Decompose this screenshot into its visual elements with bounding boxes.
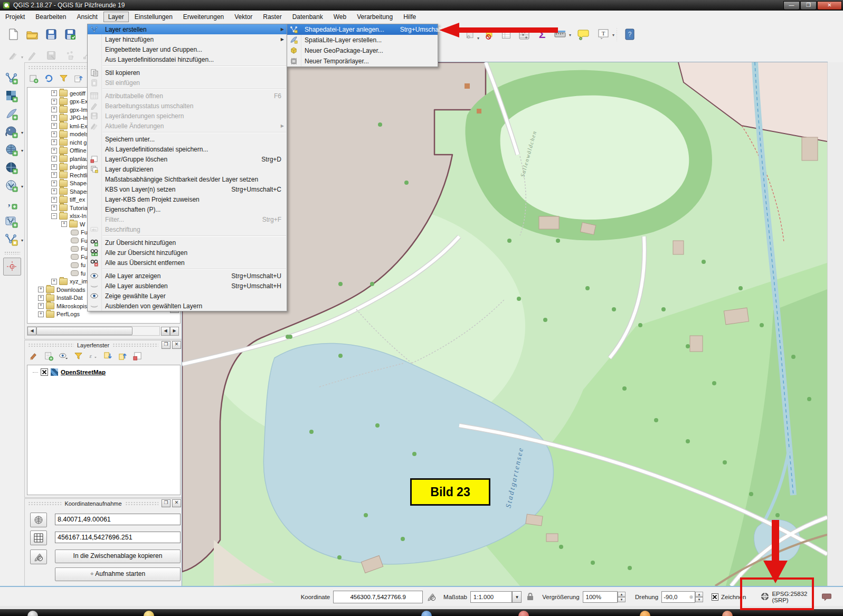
magnifier-input[interactable]: 100% [583, 591, 618, 603]
tree-expander-icon[interactable]: + [51, 139, 57, 145]
render-checkbox[interactable] [712, 593, 718, 601]
geographic-crs-button[interactable] [30, 513, 47, 527]
menubar-item-vektor[interactable]: Vektor [230, 12, 257, 22]
menubar-item-bearbeiten[interactable]: Bearbeiten [31, 12, 71, 22]
magnifier-spinner[interactable]: ▲▼ [618, 592, 626, 602]
tree-expander-icon[interactable]: + [51, 156, 57, 162]
layer-menu-item[interactable]: Layer-KBS dem Projekt zuweisen [88, 194, 287, 204]
attribute-table-icon[interactable] [498, 26, 514, 42]
layer-menu-item[interactable]: Attributtabelle öffnenF6 [88, 91, 287, 101]
open-project-icon[interactable] [24, 26, 40, 42]
layer-menu-item[interactable]: Layeränderungen speichern [88, 111, 287, 121]
lock-scale-icon[interactable] [527, 593, 534, 602]
layer-menu-item[interactable]: Eigenschaften (P)... [88, 204, 287, 214]
add-wcs-layer-icon[interactable] [3, 159, 20, 176]
add-vector-layer-icon[interactable] [3, 70, 20, 87]
scroll-left-button[interactable]: ◀ [27, 327, 36, 335]
layer-menu-item[interactable]: Eingebettete Layer und Gruppen... [88, 44, 287, 54]
tree-expander-icon[interactable]: + [51, 181, 57, 186]
scroll-left-button-2[interactable]: ◀ [161, 327, 170, 336]
tree-expander-icon[interactable]: + [51, 205, 57, 211]
dont-save-edits-icon[interactable] [481, 26, 497, 42]
tree-expander-icon[interactable]: + [38, 287, 44, 292]
text-annotation-icon[interactable]: T▾ [595, 26, 611, 42]
deselect-features-icon[interactable]: ▾ [462, 26, 478, 42]
tree-expander-icon[interactable]: + [51, 197, 57, 203]
measure-icon[interactable]: ▾ [552, 26, 568, 42]
tree-expander-icon[interactable]: + [38, 295, 44, 301]
layer-menu-item[interactable]: Zur Übersicht hinzufügen [88, 238, 287, 248]
layer-menu-item[interactable]: Maßstabsabhängige Sichtbarkeit des/der L… [88, 174, 287, 184]
coordinate-panel-header[interactable]: Koordinatenaufnahme ❐ ✕ [25, 499, 183, 508]
title-bar[interactable]: QGIS 2.18.27 - QGIS für Pilzfreunde 19 —… [0, 0, 843, 11]
layer-menu-item[interactable]: Aus Layerdefinitionsdatei hinzufügen... [88, 54, 287, 64]
tree-expander-icon[interactable]: + [61, 221, 67, 227]
layer-row-openstreetmap[interactable]: OpenStreetMap [27, 367, 180, 377]
create-submenu-item[interactable]: Neuer Temporärlayer... [287, 56, 438, 67]
new-project-icon[interactable] [5, 26, 21, 42]
map-tips-icon[interactable] [575, 26, 591, 42]
layer-menu-item[interactable]: Stil einfügen [88, 78, 287, 88]
add-selected-layers-icon[interactable] [29, 73, 39, 86]
coordinate-input[interactable] [333, 591, 423, 603]
layer-menu-item[interactable]: abcBeschriftung [88, 224, 287, 234]
menubar-item-erweiterungen[interactable]: Erweiterungen [178, 12, 229, 22]
create-submenu-item[interactable]: Shapedatei-Layer anlegen...Strg+Umschalt… [287, 24, 438, 35]
layer-menu-item[interactable]: Speichern unter... [88, 134, 287, 144]
manage-visibility-icon[interactable] [59, 351, 69, 363]
add-spatialite-layer-icon[interactable] [3, 106, 20, 122]
scroll-right-button[interactable]: ▶ [170, 327, 179, 336]
rotation-input[interactable]: -90,0⊗ [661, 591, 695, 603]
add-feature-icon[interactable] [62, 48, 78, 63]
layer-menu-item[interactable]: Zeige gewählte Layer [88, 291, 287, 301]
projected-crs-button[interactable] [30, 530, 47, 545]
menubar-item-raster[interactable]: Raster [258, 12, 286, 22]
style-manager-icon[interactable] [29, 351, 39, 363]
save-edits-icon[interactable] [43, 48, 59, 63]
rotation-spinner[interactable]: ▲▼ [695, 592, 703, 602]
float-panel-button-2[interactable]: ❐ [162, 499, 171, 507]
layer-menu-item[interactable]: Layer erstellen▶ [88, 24, 287, 34]
menubar-item-verarbeitung[interactable]: Verarbeitung [352, 12, 397, 22]
layers-list[interactable]: OpenStreetMap [27, 365, 181, 495]
layer-menu-item[interactable]: Als Layerdefinitionsdatei speichern... [88, 144, 287, 154]
start-capture-button[interactable]: ⌖ Aufnahme starten [55, 567, 181, 581]
tree-expander-icon[interactable]: + [51, 99, 57, 105]
tree-expander-icon[interactable]: + [51, 131, 57, 137]
track-mouse-icon[interactable] [30, 549, 47, 564]
float-panel-button[interactable]: ❐ [162, 341, 171, 349]
toggle-editing-icon[interactable] [24, 48, 40, 63]
projected-coordinate-input[interactable] [55, 532, 181, 543]
tree-expander-icon[interactable]: + [38, 311, 44, 317]
layers-panel-header[interactable]: Layerfenster ❐ ✕ [25, 340, 183, 349]
close-panel-button[interactable]: ✕ [172, 341, 181, 349]
layer-menu-item[interactable]: Bearbeitungsstatus umschalten [88, 101, 287, 111]
tree-expander-icon[interactable]: + [51, 148, 57, 154]
create-submenu-item[interactable]: SpatiaLite-Layer erstellen... [287, 35, 438, 45]
collapse-all-layers-icon[interactable] [118, 351, 128, 363]
close-panel-button-2[interactable]: ✕ [172, 499, 181, 507]
menubar-item-layer[interactable]: Layer [103, 12, 129, 22]
message-log-icon[interactable] [822, 593, 831, 602]
menubar-item-hilfe[interactable]: Hilfe [399, 12, 421, 22]
layer-menu-item[interactable]: KBS von Layer(n) setzenStrg+Umschalt+C [88, 184, 287, 194]
filter-legend-icon[interactable] [73, 351, 83, 363]
geographic-coordinate-input[interactable] [55, 514, 181, 525]
scale-combo[interactable]: 1:1.000 [470, 591, 513, 603]
tree-expander-icon[interactable]: + [38, 303, 44, 309]
save-project-as-icon[interactable] [62, 26, 78, 42]
tree-expander-icon[interactable]: + [51, 123, 57, 129]
layer-menu-item[interactable]: Aktuelle Änderungen▶ [88, 121, 287, 131]
create-submenu-item[interactable]: Neuer GeoPackage-Layer... [287, 45, 438, 56]
crs-status-icon[interactable] [761, 592, 769, 602]
layer-menu-item[interactable]: Stil kopieren [88, 68, 287, 78]
collapse-all-icon[interactable] [73, 73, 83, 86]
layer-menu-item[interactable]: Alle Layer anzeigenStrg+Umschalt+U [88, 271, 287, 281]
layer-menu-item[interactable]: Layer hinzufügen▶ [88, 34, 287, 44]
new-layer-icon[interactable]: ▾ [3, 231, 20, 248]
tree-expander-icon[interactable]: + [51, 172, 57, 178]
add-raster-layer-icon[interactable] [3, 88, 20, 105]
coordinate-capture-icon[interactable] [3, 258, 21, 276]
layer-menu-item[interactable]: Layer duplizieren [88, 164, 287, 174]
add-group-icon[interactable] [44, 351, 54, 363]
